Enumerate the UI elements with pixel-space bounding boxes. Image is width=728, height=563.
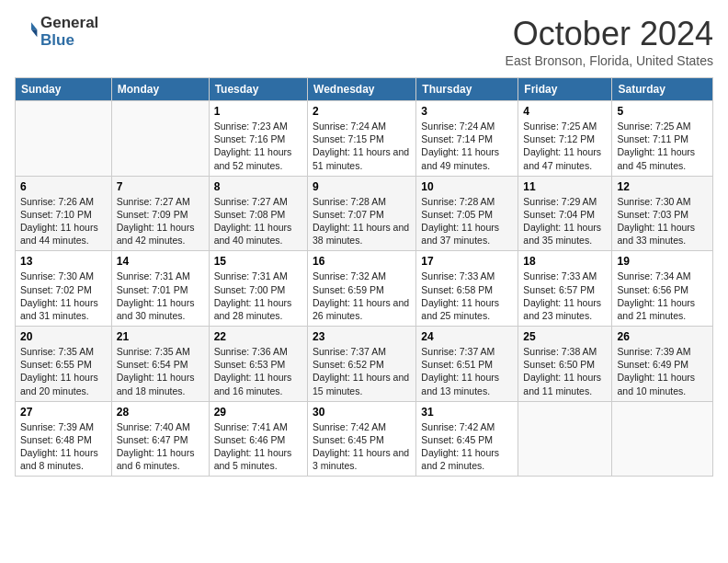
calendar-cell: 16Sunrise: 7:32 AMSunset: 6:59 PMDayligh…	[308, 251, 416, 327]
logo-blue: Blue	[40, 32, 98, 50]
calendar-cell: 8Sunrise: 7:27 AMSunset: 7:08 PMDaylight…	[209, 176, 307, 251]
calendar-cell: 3Sunrise: 7:24 AMSunset: 7:14 PMDaylight…	[416, 101, 518, 177]
day-info: Sunrise: 7:42 AMSunset: 6:45 PMDaylight:…	[421, 420, 513, 473]
calendar-cell: 24Sunrise: 7:37 AMSunset: 6:51 PMDayligh…	[416, 327, 518, 402]
day-number: 25	[523, 330, 607, 343]
svg-marker-1	[31, 29, 37, 37]
calendar-cell	[16, 101, 112, 177]
day-info: Sunrise: 7:26 AMSunset: 7:10 PMDaylight:…	[20, 195, 107, 247]
day-number: 30	[313, 406, 411, 419]
day-info: Sunrise: 7:42 AMSunset: 6:45 PMDaylight:…	[313, 420, 411, 473]
day-number: 29	[214, 406, 302, 419]
day-info: Sunrise: 7:33 AMSunset: 6:58 PMDaylight:…	[421, 270, 513, 322]
day-number: 5	[617, 105, 708, 118]
calendar-cell	[612, 401, 713, 477]
calendar-cell: 5Sunrise: 7:25 AMSunset: 7:11 PMDaylight…	[612, 101, 713, 177]
day-info: Sunrise: 7:25 AMSunset: 7:12 PMDaylight:…	[523, 120, 607, 172]
day-info: Sunrise: 7:37 AMSunset: 6:52 PMDaylight:…	[313, 345, 411, 397]
calendar-cell: 28Sunrise: 7:40 AMSunset: 6:47 PMDayligh…	[111, 401, 209, 477]
day-info: Sunrise: 7:29 AMSunset: 7:04 PMDaylight:…	[523, 195, 607, 247]
day-info: Sunrise: 7:38 AMSunset: 6:50 PMDaylight:…	[523, 345, 607, 397]
header-thursday: Thursday	[416, 78, 518, 101]
day-number: 28	[117, 406, 204, 419]
day-number: 18	[523, 255, 607, 268]
calendar-cell: 29Sunrise: 7:41 AMSunset: 6:46 PMDayligh…	[209, 401, 307, 477]
day-number: 11	[523, 180, 607, 193]
header-friday: Friday	[518, 78, 612, 101]
calendar-cell: 9Sunrise: 7:28 AMSunset: 7:07 PMDaylight…	[308, 176, 416, 251]
calendar-table: SundayMondayTuesdayWednesdayThursdayFrid…	[15, 77, 713, 477]
calendar-cell: 19Sunrise: 7:34 AMSunset: 6:56 PMDayligh…	[612, 251, 713, 327]
day-info: Sunrise: 7:28 AMSunset: 7:05 PMDaylight:…	[421, 195, 513, 247]
day-info: Sunrise: 7:36 AMSunset: 6:53 PMDaylight:…	[214, 345, 302, 397]
day-number: 6	[20, 180, 107, 193]
calendar-cell: 11Sunrise: 7:29 AMSunset: 7:04 PMDayligh…	[518, 176, 612, 251]
calendar-cell: 12Sunrise: 7:30 AMSunset: 7:03 PMDayligh…	[612, 176, 713, 251]
header-sunday: Sunday	[16, 78, 112, 101]
week-row-5: 27Sunrise: 7:39 AMSunset: 6:48 PMDayligh…	[16, 401, 713, 477]
calendar-cell: 13Sunrise: 7:30 AMSunset: 7:02 PMDayligh…	[16, 251, 112, 327]
day-info: Sunrise: 7:41 AMSunset: 6:46 PMDaylight:…	[214, 420, 302, 473]
day-info: Sunrise: 7:40 AMSunset: 6:47 PMDaylight:…	[117, 420, 204, 473]
calendar-cell: 25Sunrise: 7:38 AMSunset: 6:50 PMDayligh…	[518, 327, 612, 402]
day-number: 3	[421, 105, 513, 118]
day-number: 20	[20, 330, 107, 343]
day-info: Sunrise: 7:25 AMSunset: 7:11 PMDaylight:…	[617, 120, 708, 172]
day-info: Sunrise: 7:30 AMSunset: 7:02 PMDaylight:…	[20, 270, 107, 322]
day-number: 9	[313, 180, 411, 193]
day-info: Sunrise: 7:27 AMSunset: 7:08 PMDaylight:…	[214, 195, 302, 247]
calendar-cell: 6Sunrise: 7:26 AMSunset: 7:10 PMDaylight…	[16, 176, 112, 251]
calendar-cell: 17Sunrise: 7:33 AMSunset: 6:58 PMDayligh…	[416, 251, 518, 327]
location-text: East Bronson, Florida, United States	[506, 53, 713, 68]
calendar-cell: 18Sunrise: 7:33 AMSunset: 6:57 PMDayligh…	[518, 251, 612, 327]
calendar-cell: 27Sunrise: 7:39 AMSunset: 6:48 PMDayligh…	[16, 401, 112, 477]
day-number: 19	[617, 255, 708, 268]
day-number: 8	[214, 180, 302, 193]
page-header: General Blue October 2024 East Bronson, …	[15, 15, 713, 68]
week-row-1: 1Sunrise: 7:23 AMSunset: 7:16 PMDaylight…	[16, 101, 713, 177]
day-number: 12	[617, 180, 708, 193]
week-row-4: 20Sunrise: 7:35 AMSunset: 6:55 PMDayligh…	[16, 327, 713, 402]
day-info: Sunrise: 7:37 AMSunset: 6:51 PMDaylight:…	[421, 345, 513, 397]
day-number: 2	[313, 105, 411, 118]
calendar-cell: 21Sunrise: 7:35 AMSunset: 6:54 PMDayligh…	[111, 327, 209, 402]
header-tuesday: Tuesday	[209, 78, 307, 101]
day-number: 15	[214, 255, 302, 268]
day-number: 22	[214, 330, 302, 343]
calendar-cell: 26Sunrise: 7:39 AMSunset: 6:49 PMDayligh…	[612, 327, 713, 402]
calendar-cell: 31Sunrise: 7:42 AMSunset: 6:45 PMDayligh…	[416, 401, 518, 477]
day-info: Sunrise: 7:23 AMSunset: 7:16 PMDaylight:…	[214, 120, 302, 172]
week-row-3: 13Sunrise: 7:30 AMSunset: 7:02 PMDayligh…	[16, 251, 713, 327]
day-info: Sunrise: 7:32 AMSunset: 6:59 PMDaylight:…	[313, 270, 411, 322]
day-info: Sunrise: 7:31 AMSunset: 7:00 PMDaylight:…	[214, 270, 302, 322]
week-row-2: 6Sunrise: 7:26 AMSunset: 7:10 PMDaylight…	[16, 176, 713, 251]
month-title: October 2024	[506, 15, 713, 53]
calendar-cell: 1Sunrise: 7:23 AMSunset: 7:16 PMDaylight…	[209, 101, 307, 177]
title-block: October 2024 East Bronson, Florida, Unit…	[506, 15, 713, 68]
day-info: Sunrise: 7:33 AMSunset: 6:57 PMDaylight:…	[523, 270, 607, 322]
day-number: 21	[117, 330, 204, 343]
day-info: Sunrise: 7:31 AMSunset: 7:01 PMDaylight:…	[117, 270, 204, 322]
calendar-cell: 23Sunrise: 7:37 AMSunset: 6:52 PMDayligh…	[308, 327, 416, 402]
logo-general: General	[40, 15, 98, 32]
day-info: Sunrise: 7:34 AMSunset: 6:56 PMDaylight:…	[617, 270, 708, 322]
header-monday: Monday	[111, 78, 209, 101]
calendar-cell: 30Sunrise: 7:42 AMSunset: 6:45 PMDayligh…	[308, 401, 416, 477]
calendar-cell: 2Sunrise: 7:24 AMSunset: 7:15 PMDaylight…	[308, 101, 416, 177]
day-info: Sunrise: 7:35 AMSunset: 6:54 PMDaylight:…	[117, 345, 204, 397]
calendar-cell: 22Sunrise: 7:36 AMSunset: 6:53 PMDayligh…	[209, 327, 307, 402]
day-info: Sunrise: 7:24 AMSunset: 7:15 PMDaylight:…	[313, 120, 411, 172]
day-number: 10	[421, 180, 513, 193]
day-info: Sunrise: 7:35 AMSunset: 6:55 PMDaylight:…	[20, 345, 107, 397]
day-number: 16	[313, 255, 411, 268]
calendar-cell: 14Sunrise: 7:31 AMSunset: 7:01 PMDayligh…	[111, 251, 209, 327]
day-info: Sunrise: 7:27 AMSunset: 7:09 PMDaylight:…	[117, 195, 204, 247]
day-number: 24	[421, 330, 513, 343]
calendar-cell: 10Sunrise: 7:28 AMSunset: 7:05 PMDayligh…	[416, 176, 518, 251]
svg-marker-0	[31, 22, 37, 29]
calendar-cell	[111, 101, 209, 177]
day-info: Sunrise: 7:28 AMSunset: 7:07 PMDaylight:…	[313, 195, 411, 247]
day-number: 1	[214, 105, 302, 118]
calendar-cell: 15Sunrise: 7:31 AMSunset: 7:00 PMDayligh…	[209, 251, 307, 327]
calendar-cell: 7Sunrise: 7:27 AMSunset: 7:09 PMDaylight…	[111, 176, 209, 251]
